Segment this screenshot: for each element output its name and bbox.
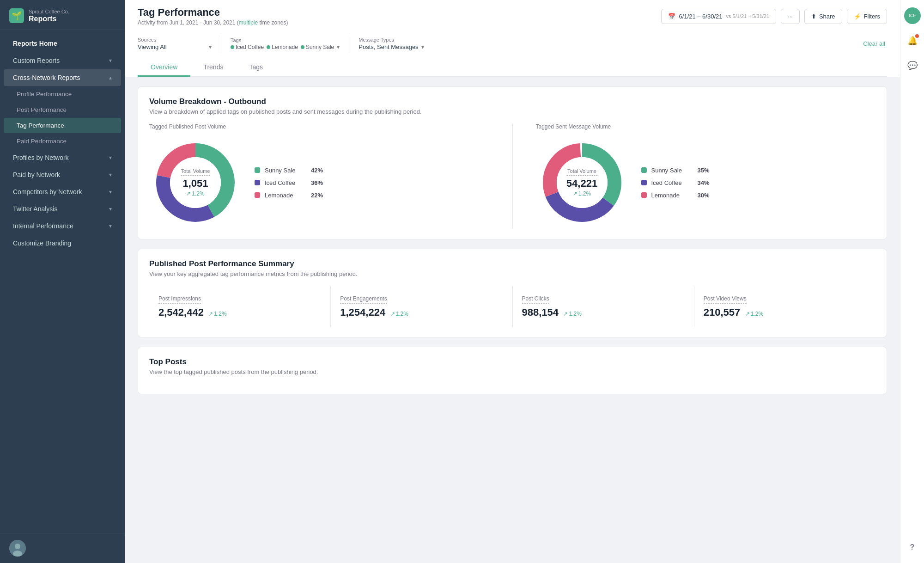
legend-item-r-sunny-sale: Sunny Sale 35% <box>641 167 710 174</box>
svg-point-1 <box>15 544 20 549</box>
right-chart-legend: Sunny Sale 35% Iced Coffee 34% Lemonade <box>641 167 710 199</box>
sidebar-item-customize-branding[interactable]: Customize Branding <box>4 235 121 251</box>
calendar-icon: 📅 <box>668 13 675 20</box>
clear-all-button[interactable]: Clear all <box>863 40 887 47</box>
top-posts-desc: View the top tagged published posts from… <box>149 368 875 375</box>
tab-tags[interactable]: Tags <box>236 59 276 77</box>
chevron-down-icon: ▾ <box>109 154 112 161</box>
avatar[interactable] <box>9 540 26 557</box>
tags-filter[interactable]: Tags Iced Coffee Lemonade Sunny Sale ▾ <box>221 36 349 52</box>
sidebar-item-internal-performance[interactable]: Internal Performance ▾ <box>4 218 121 234</box>
stats-row: Post Impressions 2,542,442 ↗ 1.2% Post E… <box>149 286 875 327</box>
notification-dot <box>915 34 919 38</box>
tab-overview[interactable]: Overview <box>138 59 190 77</box>
volume-card-desc: View a breakdown of applied tags on publ… <box>149 108 875 115</box>
share-button[interactable]: ⬆ Share <box>804 9 842 24</box>
legend-item-lemonade: Lemonade 22% <box>255 192 323 199</box>
left-donut-center: Total Volume 1,051 ↗ 1.2% <box>181 168 210 197</box>
sidebar-nav: Reports Home Custom Reports ▾ Cross-Netw… <box>0 30 125 533</box>
legend-item-iced-coffee: Iced Coffee 36% <box>255 179 323 186</box>
sidebar-item-cross-network[interactable]: Cross-Network Reports ▴ <box>4 69 121 86</box>
chevron-down-icon: ▾ <box>109 171 112 178</box>
edit-button[interactable]: ✏ <box>904 7 921 24</box>
sources-filter[interactable]: Sources Viewing All ▾ <box>138 35 221 52</box>
trend-up-icon: ↗ <box>208 311 213 317</box>
stat-post-video-views: Post Video Views 210,557 ↗ 1.2% <box>694 286 875 327</box>
multiple-timezones-link[interactable]: multiple <box>239 19 258 26</box>
company-name: Sprout Coffee Co. <box>29 8 69 15</box>
sidebar-item-post-performance[interactable]: Post Performance <box>4 102 121 117</box>
post-performance-desc: View your key aggregated tag performance… <box>149 270 875 277</box>
main-content: Tag Performance Activity from Jun 1, 202… <box>125 0 900 563</box>
chevron-down-icon: ▾ <box>109 189 112 195</box>
stat-post-impressions: Post Impressions 2,542,442 ↗ 1.2% <box>149 286 331 327</box>
legend-item-r-lemonade: Lemonade 30% <box>641 192 710 199</box>
sidebar-item-profiles-by-network[interactable]: Profiles by Network ▾ <box>4 149 121 166</box>
left-chart-block: Tagged Published Post Volume <box>149 123 489 229</box>
comment-icon: 💬 <box>907 61 918 71</box>
chevron-down-icon: ▾ <box>109 57 112 64</box>
topbar-actions: 📅 6/1/21 – 6/30/21 vs 5/1/21 – 5/31/21 ·… <box>661 9 888 24</box>
filter-icon: ⚡ <box>854 13 861 20</box>
filters-button[interactable]: ⚡ Filters <box>847 9 887 24</box>
chart-divider <box>512 123 513 229</box>
stat-post-engagements: Post Engagements 1,254,224 ↗ 1.2% <box>331 286 512 327</box>
topbar: Tag Performance Activity from Jun 1, 202… <box>125 0 900 77</box>
sidebar-item-twitter-analysis[interactable]: Twitter Analysis ▾ <box>4 201 121 217</box>
post-performance-card: Published Post Performance Summary View … <box>138 249 887 337</box>
sidebar-item-reports-home[interactable]: Reports Home <box>4 35 121 52</box>
right-donut-center: Total Volume 54,221 ↗ 1.2% <box>566 168 597 197</box>
top-posts-card: Top Posts View the top tagged published … <box>138 347 887 394</box>
page-title: Tag Performance <box>138 6 288 18</box>
tag-iced-coffee: Iced Coffee <box>231 44 264 50</box>
right-icon-bar: ✏ 🔔 💬 ? <box>900 0 924 563</box>
chevron-down-icon: ▾ <box>209 44 212 50</box>
tag-sunny-sale: Sunny Sale <box>301 44 334 50</box>
post-performance-title: Published Post Performance Summary <box>149 259 875 269</box>
content-area: Volume Breakdown - Outbound View a break… <box>125 77 900 563</box>
trend-up-icon: ↗ <box>186 190 191 197</box>
chevron-down-icon: ▾ <box>337 44 340 50</box>
help-icon: ? <box>910 543 915 551</box>
legend-item-sunny-sale: Sunny Sale 42% <box>255 167 323 174</box>
tab-bar: Overview Trends Tags <box>138 59 887 77</box>
trend-up-icon: ↗ <box>745 311 750 317</box>
sidebar-item-paid-by-network[interactable]: Paid by Network ▾ <box>4 166 121 183</box>
tab-trends[interactable]: Trends <box>190 59 236 77</box>
left-chart-legend: Sunny Sale 42% Iced Coffee 36% Lemonade <box>255 167 323 199</box>
sidebar-item-paid-performance[interactable]: Paid Performance <box>4 134 121 149</box>
legend-item-r-iced-coffee: Iced Coffee 34% <box>641 179 710 186</box>
sidebar: 🌱 Sprout Coffee Co. Reports Reports Home… <box>0 0 125 563</box>
edit-icon: ✏ <box>909 11 916 21</box>
trend-up-icon: ↗ <box>573 190 578 197</box>
trend-up-icon: ↗ <box>390 311 395 317</box>
help-button[interactable]: ? <box>904 539 921 556</box>
chevron-down-icon: ▾ <box>109 223 112 229</box>
sidebar-item-profile-performance[interactable]: Profile Performance <box>4 86 121 102</box>
sidebar-header: 🌱 Sprout Coffee Co. Reports <box>0 0 125 30</box>
top-posts-title: Top Posts <box>149 357 875 367</box>
left-chart-label: Tagged Published Post Volume <box>149 123 226 130</box>
date-range-button[interactable]: 📅 6/1/21 – 6/30/21 vs 5/1/21 – 5/31/21 <box>661 9 777 24</box>
right-chart-block: Tagged Sent Message Volume <box>536 123 876 229</box>
sidebar-footer <box>0 533 125 563</box>
logo-icon: 🌱 <box>9 8 24 23</box>
right-donut-chart: Total Volume 54,221 ↗ 1.2% <box>536 136 628 229</box>
tag-lemonade: Lemonade <box>267 44 298 50</box>
message-types-filter[interactable]: Message Types Posts, Sent Messages ▾ <box>349 35 433 52</box>
trend-up-icon: ↗ <box>563 311 568 317</box>
share-icon: ⬆ <box>811 13 816 20</box>
more-options-button[interactable]: ··· <box>781 9 800 24</box>
left-donut-chart: Total Volume 1,051 ↗ 1.2% <box>149 136 242 229</box>
volume-card-title: Volume Breakdown - Outbound <box>149 97 875 106</box>
chevron-up-icon: ▴ <box>109 74 112 81</box>
chevron-down-icon: ▾ <box>109 206 112 212</box>
notifications-button[interactable]: 🔔 <box>904 32 921 49</box>
sidebar-item-competitors-by-network[interactable]: Competitors by Network ▾ <box>4 184 121 200</box>
sidebar-item-custom-reports[interactable]: Custom Reports ▾ <box>4 52 121 69</box>
volume-breakdown-card: Volume Breakdown - Outbound View a break… <box>138 86 887 239</box>
chevron-down-icon: ▾ <box>421 44 424 50</box>
sidebar-item-tag-performance[interactable]: Tag Performance <box>4 118 121 133</box>
right-chart-label: Tagged Sent Message Volume <box>536 123 611 130</box>
comments-button[interactable]: 💬 <box>904 57 921 74</box>
